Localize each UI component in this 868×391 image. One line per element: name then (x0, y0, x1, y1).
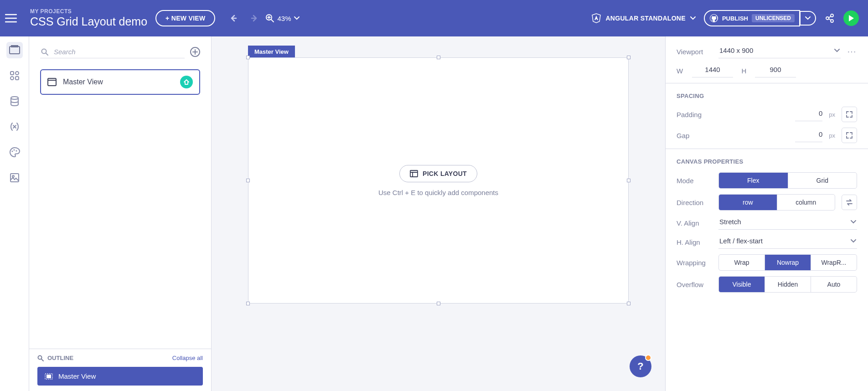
view-frame-icon (47, 78, 57, 86)
svg-point-13 (13, 149, 15, 151)
rail-variables-button[interactable] (6, 118, 23, 135)
svg-rect-10 (16, 77, 19, 80)
collapse-all-link[interactable]: Collapse all (172, 355, 203, 361)
direction-column[interactable]: column (777, 195, 835, 210)
overflow-auto[interactable]: Auto (811, 277, 857, 292)
expand-icon (846, 111, 853, 118)
run-button[interactable] (843, 10, 859, 26)
overflow-hidden[interactable]: Hidden (765, 277, 811, 292)
padding-label: Padding (677, 111, 712, 118)
play-icon (848, 15, 854, 22)
mode-flex[interactable]: Flex (719, 173, 788, 188)
rail-components-button[interactable] (6, 67, 23, 84)
overflow-label: Overflow (677, 281, 712, 288)
svg-point-4 (831, 20, 833, 22)
svg-rect-7 (10, 72, 14, 75)
views-sidebar: Master View OUTLINE Collapse all Master … (29, 36, 212, 391)
menu-button[interactable] (5, 12, 17, 25)
undo-button[interactable] (231, 14, 240, 23)
canvas-props-title: CANVAS PROPERTIES (677, 158, 857, 165)
valign-value: Stretch (719, 218, 741, 226)
canvas-frame[interactable]: PICK LAYOUT Use Ctrl + E to quickly add … (248, 57, 629, 304)
wrap-wrapreverse[interactable]: WrapR... (811, 255, 857, 270)
outline-root-icon (45, 373, 53, 380)
help-notification-dot (645, 355, 651, 361)
publish-dropdown[interactable] (800, 11, 816, 26)
mode-label: Mode (677, 177, 712, 185)
outline-title: OUTLINE (47, 355, 73, 361)
wrap-wrap[interactable]: Wrap (719, 255, 765, 270)
wrap-nowrap[interactable]: Nowrap (765, 255, 811, 270)
search-input[interactable] (53, 47, 184, 56)
halign-select[interactable]: Left / flex-start (718, 235, 857, 249)
outline-item-master[interactable]: Master View (37, 367, 203, 386)
rail-data-button[interactable] (6, 93, 23, 109)
view-item-master[interactable]: Master View (40, 69, 200, 95)
rail-theme-button[interactable] (6, 144, 23, 160)
height-label: H (739, 67, 749, 75)
gap-label: Gap (677, 132, 712, 139)
variable-icon (10, 122, 20, 132)
database-icon (10, 96, 20, 107)
license-badge: UNLICENSED (752, 14, 795, 22)
canvas-tab: Master View (248, 46, 295, 58)
publish-label: PUBLISH (722, 15, 748, 22)
github-icon (709, 14, 718, 23)
svg-rect-22 (410, 170, 418, 177)
framework-selector[interactable]: ANGULAR STANDALONE (592, 13, 695, 23)
canvas-area[interactable]: Master View PICK LAYOUT Use Ctrl + E to … (212, 36, 665, 391)
properties-panel: Viewport 1440 x 900 ⋯ W H SPACING Paddin… (665, 36, 868, 391)
viewport-select[interactable]: 1440 x 900 (718, 45, 841, 58)
svg-point-16 (12, 175, 14, 177)
direction-swap-button[interactable] (842, 195, 857, 210)
pick-layout-button[interactable]: PICK LAYOUT (399, 165, 477, 182)
history-actions (231, 14, 257, 23)
swap-icon (846, 199, 853, 206)
angular-icon (592, 13, 601, 23)
width-input[interactable] (692, 64, 733, 77)
redo-icon (248, 15, 257, 22)
chevron-down-icon (690, 16, 696, 20)
publish-button[interactable]: PUBLISH UNLICENSED (704, 10, 800, 26)
zoom-value: 43% (277, 15, 291, 22)
svg-rect-9 (10, 77, 14, 80)
search-field[interactable] (40, 46, 185, 58)
publish-group: PUBLISH UNLICENSED (704, 10, 816, 26)
overflow-visible[interactable]: Visible (719, 277, 765, 292)
height-input[interactable] (755, 64, 796, 77)
gap-expand-button[interactable] (842, 128, 857, 143)
svg-point-3 (826, 17, 829, 20)
halign-value: Left / flex-start (719, 237, 763, 245)
title-block: MY PROJECTS CSS Grid Layout demo (30, 8, 147, 28)
tool-rail (0, 36, 29, 391)
svg-rect-8 (16, 72, 19, 75)
rail-views-button[interactable] (6, 42, 23, 58)
redo-button[interactable] (248, 14, 257, 23)
share-button[interactable] (824, 14, 835, 23)
gap-input[interactable] (795, 129, 822, 142)
direction-row[interactable]: row (719, 195, 777, 210)
app-header: MY PROJECTS CSS Grid Layout demo + NEW V… (0, 0, 868, 36)
search-icon (37, 355, 44, 361)
main-area: Master View OUTLINE Collapse all Master … (0, 36, 868, 391)
direction-segmented: row column (718, 194, 835, 211)
breadcrumb[interactable]: MY PROJECTS (30, 8, 147, 15)
zoom-control[interactable]: 43% (265, 14, 299, 23)
valign-select[interactable]: Stretch (718, 216, 857, 230)
wrapping-label: Wrapping (677, 259, 712, 267)
view-item-label: Master View (63, 78, 103, 86)
more-button[interactable]: ⋯ (847, 46, 857, 57)
mode-segmented: Flex Grid (718, 172, 857, 189)
padding-input[interactable] (795, 108, 822, 121)
share-icon (825, 14, 834, 23)
padding-expand-button[interactable] (842, 107, 857, 122)
direction-label: Direction (677, 199, 712, 206)
mode-grid[interactable]: Grid (788, 173, 857, 188)
zoom-in-icon (265, 14, 274, 23)
viewport-label: Viewport (677, 48, 712, 56)
svg-point-17 (42, 49, 46, 53)
add-view-button[interactable] (190, 47, 200, 57)
rail-assets-button[interactable] (6, 170, 23, 186)
canvas-hint: Use Ctrl + E to quickly add components (378, 189, 498, 196)
new-view-button[interactable]: + NEW VIEW (155, 10, 215, 26)
